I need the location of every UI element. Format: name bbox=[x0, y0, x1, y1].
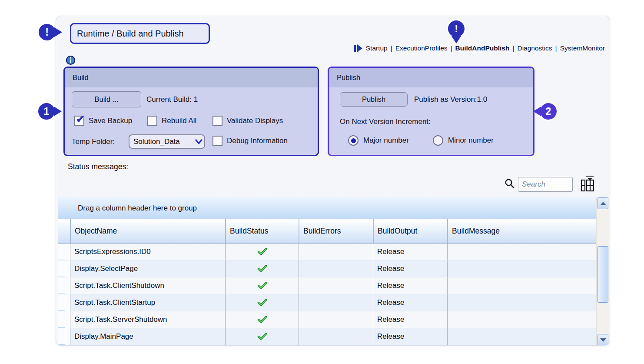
step-badge-2: 2 bbox=[539, 102, 558, 121]
chevron-down-icon bbox=[193, 139, 204, 144]
vertical-scrollbar[interactable] bbox=[596, 197, 609, 346]
temp-folder-value: Solution_Data bbox=[129, 137, 193, 146]
column-header-buildoutput[interactable]: BuildOutput bbox=[373, 219, 447, 243]
rebuild-all-checkbox[interactable]: Rebuild All bbox=[147, 116, 196, 126]
publish-button[interactable]: Publish bbox=[340, 92, 408, 107]
tab-executionprofiles[interactable]: ExecutionProfiles bbox=[395, 44, 448, 52]
checkbox-box[interactable] bbox=[74, 116, 84, 126]
radio-label: Minor number bbox=[448, 136, 494, 145]
tab-diagnostics[interactable]: Diagnostics bbox=[517, 44, 552, 52]
success-check-icon bbox=[257, 282, 267, 290]
row-selector[interactable] bbox=[58, 260, 70, 277]
success-check-icon bbox=[257, 299, 267, 307]
success-check-icon bbox=[257, 333, 267, 341]
cell-buildstatus bbox=[225, 244, 299, 260]
table-row[interactable]: Display.SelectPage Release bbox=[58, 260, 596, 277]
row-selector[interactable] bbox=[58, 277, 70, 294]
build-results-grid: Drag a column header here to group Objec… bbox=[58, 197, 609, 346]
publish-version-text: Publish as Version:1.0 bbox=[414, 92, 487, 107]
cell-builderrors bbox=[299, 294, 373, 311]
step-badge-1: 1 bbox=[37, 102, 56, 121]
table-row[interactable]: ScriptsExpressions.ID0 Release bbox=[58, 244, 596, 260]
column-header-builderrors[interactable]: BuildErrors bbox=[299, 219, 373, 243]
cell-buildoutput: Release bbox=[373, 260, 447, 277]
table-row[interactable]: Script.Task.ClientShutdown Release bbox=[58, 277, 596, 294]
breadcrumb: Startup | ExecutionProfiles | BuildAndPu… bbox=[354, 43, 605, 53]
success-check-icon bbox=[257, 316, 267, 324]
cell-buildmessage bbox=[447, 311, 596, 328]
save-backup-checkbox[interactable]: Save Backup bbox=[74, 116, 132, 126]
checkbox-box[interactable] bbox=[212, 136, 222, 146]
cell-buildmessage bbox=[447, 244, 596, 260]
build-panel-title: Build bbox=[65, 68, 318, 87]
cell-objectname: Display.MainPage bbox=[70, 328, 225, 345]
cell-buildstatus bbox=[225, 311, 299, 328]
publish-panel-title: Publish bbox=[329, 68, 533, 87]
checkbox-label: Save Backup bbox=[89, 117, 132, 125]
major-number-radio[interactable]: Major number bbox=[348, 135, 409, 146]
table-row[interactable]: Script.Task.ClientStartup Release bbox=[58, 294, 596, 311]
grid-header-row: ObjectName BuildStatus BuildErrors Build… bbox=[58, 219, 596, 244]
row-selector[interactable] bbox=[58, 244, 70, 260]
cell-buildstatus bbox=[225, 294, 299, 311]
current-build-text: Current Build: 1 bbox=[146, 91, 198, 107]
increment-label: On Next Version Increment: bbox=[340, 117, 431, 127]
checkbox-label: Validate Displays bbox=[227, 117, 283, 125]
debug-information-checkbox[interactable]: Debug Information bbox=[212, 136, 288, 146]
temp-folder-label: Temp Folder: bbox=[72, 134, 115, 149]
cell-buildstatus bbox=[225, 328, 299, 345]
group-drop-zone[interactable]: Drag a column header here to group bbox=[58, 197, 596, 219]
status-messages-label: Status messages: bbox=[68, 162, 128, 171]
cell-buildmessage bbox=[447, 294, 596, 311]
radio-circle[interactable] bbox=[433, 135, 443, 146]
validate-displays-checkbox[interactable]: Validate Displays bbox=[212, 116, 283, 126]
cell-buildoutput: Release bbox=[373, 294, 447, 311]
minor-number-radio[interactable]: Minor number bbox=[433, 135, 494, 146]
settings-card: Runtime / Build and Publish Startup | Ex… bbox=[56, 16, 610, 346]
cell-builderrors bbox=[299, 260, 373, 277]
success-check-icon bbox=[257, 248, 267, 256]
cell-buildoutput: Release bbox=[373, 244, 447, 260]
cell-objectname: Display.SelectPage bbox=[70, 260, 225, 277]
checkbox-label: Debug Information bbox=[227, 137, 288, 145]
column-chooser-icon[interactable] bbox=[580, 175, 595, 192]
cell-objectname: ScriptsExpressions.ID0 bbox=[70, 244, 225, 260]
temp-folder-select[interactable]: Solution_Data bbox=[129, 134, 205, 149]
checkbox-box[interactable] bbox=[147, 116, 157, 126]
cell-buildoutput: Release bbox=[373, 328, 447, 345]
cell-buildoutput: Release bbox=[373, 311, 447, 328]
cell-builderrors bbox=[299, 311, 373, 328]
cell-buildmessage bbox=[447, 328, 596, 345]
alert-badge-breadcrumb: ! bbox=[447, 19, 466, 38]
play-skip-icon bbox=[354, 43, 363, 53]
radio-circle[interactable] bbox=[348, 135, 359, 146]
column-header-buildstatus[interactable]: BuildStatus bbox=[225, 219, 299, 243]
build-panel: Build Build ... Current Build: 1 Save Ba… bbox=[63, 67, 319, 156]
cell-objectname: Script.Task.ClientStartup bbox=[70, 294, 225, 311]
scroll-down-button[interactable] bbox=[598, 334, 608, 346]
scrollbar-thumb[interactable] bbox=[598, 246, 608, 303]
cell-buildoutput: Release bbox=[373, 277, 447, 294]
cell-buildstatus bbox=[225, 260, 299, 277]
cell-objectname: Script.Task.ServerShutdown bbox=[70, 311, 225, 328]
tab-startup[interactable]: Startup bbox=[366, 44, 388, 52]
search-input[interactable] bbox=[518, 177, 573, 192]
build-button[interactable]: Build ... bbox=[72, 91, 141, 107]
row-selector[interactable] bbox=[58, 311, 70, 328]
column-header-buildmessage[interactable]: BuildMessage bbox=[447, 219, 596, 243]
tab-systemmonitor[interactable]: SystemMonitor bbox=[560, 44, 605, 52]
cell-builderrors bbox=[299, 277, 373, 294]
scroll-up-button[interactable] bbox=[598, 197, 608, 209]
cell-buildmessage bbox=[447, 260, 596, 277]
alert-badge-title: ! bbox=[37, 23, 56, 42]
table-row[interactable]: Script.Task.ServerShutdown Release bbox=[58, 311, 596, 328]
info-icon[interactable] bbox=[66, 55, 76, 65]
column-header-objectname[interactable]: ObjectName bbox=[70, 219, 225, 243]
tab-buildandpublish[interactable]: BuildAndPublish bbox=[455, 44, 510, 52]
cell-buildstatus bbox=[225, 277, 299, 294]
row-selector[interactable] bbox=[58, 294, 70, 311]
table-row[interactable]: Display.MainPage Release bbox=[58, 328, 596, 345]
cell-objectname: Script.Task.ClientShutdown bbox=[70, 277, 225, 294]
row-selector[interactable] bbox=[58, 328, 70, 345]
checkbox-box[interactable] bbox=[212, 116, 222, 126]
